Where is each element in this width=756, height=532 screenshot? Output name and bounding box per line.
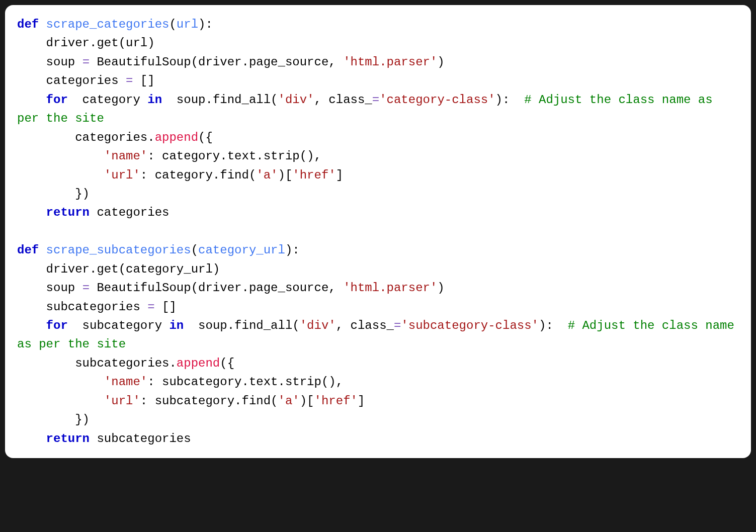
code-text: }) [17, 187, 90, 201]
keyword-in: in [147, 93, 169, 107]
keyword-return: return [46, 206, 97, 219]
string-key: 'url' [104, 168, 140, 182]
indent [17, 394, 104, 408]
code-text: , class_ [336, 319, 394, 332]
code-text: [] [155, 300, 177, 314]
code-text: category [75, 93, 147, 107]
code-text: subcategory [75, 319, 169, 332]
function-name: scrape_categories [46, 18, 170, 31]
operator: = [82, 281, 90, 295]
keyword-return: return [46, 432, 97, 446]
code-text: }) [17, 413, 90, 426]
code-text: categories [17, 74, 126, 87]
code-text: ): [539, 319, 568, 332]
string-key: 'name' [104, 375, 147, 389]
string: 'div' [278, 93, 314, 107]
indent [17, 319, 46, 332]
operator: = [82, 55, 90, 69]
string: 'href' [292, 168, 335, 182]
string: 'category-class' [379, 93, 495, 107]
code-text: subcategories. [17, 357, 177, 370]
code-text: ] [358, 394, 365, 408]
code-text: BeautifulSoup(driver.page_source, [90, 55, 343, 69]
code-line: driver.get(url) [17, 36, 155, 50]
string: 'div' [300, 319, 336, 332]
string: 'a' [278, 394, 300, 408]
method-append: append [177, 357, 220, 370]
paren: ) [437, 55, 444, 69]
paren-colon: ): [198, 18, 213, 31]
operator: = [394, 319, 401, 332]
indent [17, 168, 104, 182]
string-key: 'url' [104, 394, 140, 408]
code-text: , class_ [314, 93, 372, 107]
indent [17, 375, 104, 389]
string: 'a' [256, 168, 278, 182]
code-text: subcategories [97, 432, 191, 446]
code-text: subcategories [17, 300, 147, 314]
paren: ( [169, 18, 176, 31]
function-name: scrape_subcategories [46, 243, 191, 257]
keyword-in: in [169, 319, 191, 332]
paren: ) [437, 281, 444, 295]
paren: ( [191, 243, 198, 257]
code-text: ({ [198, 131, 213, 144]
operator: = [126, 74, 133, 87]
code-text: : category.text.strip(), [147, 149, 321, 163]
code-block: def scrape_categories(url): driver.get(u… [5, 5, 751, 458]
string: 'subcategory-class' [401, 319, 539, 332]
operator: = [372, 93, 379, 107]
code-text: categories [97, 206, 169, 219]
keyword-for: for [46, 319, 75, 332]
paren-colon: ): [285, 243, 300, 257]
indent [17, 206, 46, 219]
string: 'href' [314, 394, 358, 408]
parameter: category_url [198, 243, 285, 257]
code-text: BeautifulSoup(driver.page_source, [90, 281, 343, 295]
code-text: )[ [300, 394, 314, 408]
code-text: ({ [220, 357, 234, 370]
indent [17, 432, 46, 446]
code-text: : category.find( [140, 168, 256, 182]
code-text: soup [17, 281, 82, 295]
code-text: ): [495, 93, 525, 107]
code-text: : subcategory.text.strip(), [147, 375, 343, 389]
code-text: soup.find_all( [169, 93, 278, 107]
code-text: soup.find_all( [191, 319, 300, 332]
code-text: )[ [278, 168, 293, 182]
string-key: 'name' [104, 149, 147, 163]
indent [17, 149, 104, 163]
python-code: def scrape_categories(url): driver.get(u… [17, 15, 739, 448]
string: 'html.parser' [343, 281, 437, 295]
indent [17, 93, 46, 107]
keyword-def: def [17, 243, 46, 257]
string: 'html.parser' [343, 55, 437, 69]
parameter: url [177, 18, 198, 31]
code-text: soup [17, 55, 82, 69]
operator: = [147, 300, 154, 314]
keyword-for: for [46, 93, 75, 107]
code-text: ] [336, 168, 343, 182]
code-text: categories. [17, 131, 155, 144]
code-text: : subcategory.find( [140, 394, 278, 408]
method-append: append [155, 131, 198, 144]
code-text: [] [133, 74, 154, 87]
code-line: driver.get(category_url) [17, 262, 220, 276]
keyword-def: def [17, 18, 46, 31]
